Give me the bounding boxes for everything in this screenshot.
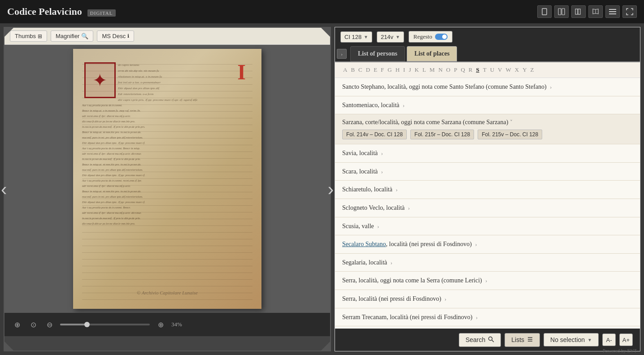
list-item[interactable]: Santomeniaco, località › [335, 96, 640, 115]
book-icon[interactable] [588, 5, 603, 18]
prev-page-button[interactable]: ‹ [0, 175, 11, 204]
list-item[interactable]: Schiaretulo, località › [335, 181, 640, 199]
magnifier-button[interactable]: Magnifier 🔍 [51, 30, 93, 42]
alpha-C[interactable]: C [357, 66, 363, 74]
alpha-R[interactable]: R [468, 66, 474, 74]
zoom-in-button[interactable]: ⊕ [12, 319, 22, 330]
viewer-bottom-toolbar: ⊕ ⊙ ⊖ ⊕ 34% [4, 313, 330, 336]
sub-ref-button[interactable]: Fol. 215r – Doc. CI 128 [410, 130, 474, 139]
list-content: Sancto Stephano, località, oggi nota com… [335, 78, 640, 329]
alpha-Q[interactable]: Q [460, 66, 466, 74]
tab-places[interactable]: List of places [407, 46, 457, 61]
chevron-right-icon: › [444, 296, 446, 302]
info-icon: ℹ [127, 33, 129, 39]
manuscript-ornament [84, 62, 116, 98]
fullscreen-icon[interactable] [622, 5, 637, 18]
selection-dropdown-icon: ▼ [587, 338, 592, 342]
alpha-L[interactable]: L [422, 66, 427, 74]
tab-persons[interactable]: List of persons [350, 46, 405, 61]
alpha-F[interactable]: F [380, 66, 385, 74]
alpha-H[interactable]: H [395, 66, 400, 74]
list-item[interactable]: Scara, località › [335, 163, 640, 181]
next-page-button[interactable]: › [323, 175, 338, 204]
chevron-right-icon: › [377, 223, 379, 229]
alpha-O[interactable]: O [445, 66, 451, 74]
alpha-P[interactable]: P [453, 66, 458, 74]
search-button[interactable]: Search [459, 333, 501, 347]
alpha-S[interactable]: S [475, 66, 480, 74]
list-item[interactable]: Serram Trecanam, località (nei pressi di… [335, 308, 640, 327]
chevron-right-icon: › [381, 150, 383, 156]
alpha-Z[interactable]: Z [530, 66, 535, 74]
list-item[interactable]: Sclogneto Veclo, località › [335, 199, 640, 217]
alpha-U[interactable]: U [489, 66, 495, 74]
list-item[interactable]: Savia, località › [335, 144, 640, 163]
alpha-X[interactable]: X [514, 66, 520, 74]
svg-point-9 [489, 337, 492, 340]
text-columns-icon[interactable] [571, 5, 586, 18]
list-item[interactable]: Serra, località, oggi nota come la Serra… [335, 272, 640, 290]
ci-selector[interactable]: CI 128 CI 129 CI 130 ▼ [340, 31, 372, 43]
list-item[interactable]: Secalaro Subtano, località (nei pressi d… [335, 235, 640, 254]
alpha-B[interactable]: B [350, 66, 356, 74]
selection-button[interactable]: No selection ▼ [544, 333, 599, 346]
list-item[interactable]: Serra, località (nei pressi di Fosdinovo… [335, 290, 640, 308]
alpha-T[interactable]: T [482, 66, 487, 74]
svg-rect-3 [575, 9, 578, 14]
font-increase-button[interactable]: A+ [619, 333, 633, 346]
zoom-fit-button[interactable]: ⊙ [28, 319, 39, 330]
list-item-expanded[interactable]: Sarzana, corte/località, oggi nota come … [335, 114, 640, 144]
alpha-K[interactable]: K [414, 66, 420, 74]
grid-icon: ⊞ [38, 33, 42, 39]
zoom-percent-label: 34% [171, 321, 182, 328]
viewer-panel: Thumbs ⊞ Magnifier 🔍 MS Desc ℹ ‹ › I de … [4, 27, 331, 351]
thumbs-button[interactable]: Thumbs ⊞ [10, 30, 47, 42]
regesto-switch[interactable] [435, 34, 448, 40]
regesto-toggle[interactable]: Regesto [409, 31, 453, 43]
alpha-A[interactable]: A [342, 66, 348, 74]
topbar-icons [537, 5, 637, 18]
svg-rect-2 [562, 9, 565, 15]
main-content: Thumbs ⊞ Magnifier 🔍 MS Desc ℹ ‹ › I de … [0, 23, 644, 355]
zoom-out-button[interactable]: ⊖ [44, 319, 55, 330]
alpha-G[interactable]: G [387, 66, 392, 74]
alpha-N[interactable]: N [437, 66, 443, 74]
alpha-V[interactable]: V [497, 66, 503, 74]
ms-desc-button[interactable]: MS Desc ℹ [97, 30, 134, 42]
sub-ref-button[interactable]: Fol. 215v – Doc. CI 128 [478, 130, 542, 139]
chevron-right-icon: › [408, 205, 410, 211]
font-decrease-button[interactable]: A- [602, 333, 616, 346]
zoom-expand-button[interactable]: ⊕ [155, 319, 166, 330]
chevron-right-icon: › [381, 169, 383, 175]
chevron-right-icon: › [475, 241, 477, 247]
alpha-D[interactable]: D [365, 66, 371, 74]
chevron-right-icon: › [403, 102, 405, 108]
list-item[interactable]: Scusia, valle › [335, 217, 640, 236]
two-page-icon[interactable] [554, 5, 569, 18]
right-panel: CI 128 CI 129 CI 130 ▼ 214v 215r 215v ▼ … [335, 27, 640, 351]
zoom-slider[interactable] [60, 324, 150, 325]
folio-selector[interactable]: 214v 215r 215v ▼ [377, 31, 404, 43]
sub-refs: Fol. 214v – Doc. CI 128 Fol. 215r – Doc.… [342, 130, 633, 139]
svg-rect-1 [558, 9, 561, 15]
collapse-button[interactable]: › [337, 49, 347, 59]
list-item[interactable]: Sancto Stephano, località, oggi nota com… [335, 78, 640, 96]
alphabet-row: A B C D E F G H I J K L M N O P Q R S T … [335, 62, 640, 78]
lists-button[interactable]: Lists [505, 333, 540, 347]
alpha-W[interactable]: W [505, 66, 512, 74]
right-header: CI 128 CI 129 CI 130 ▼ 214v 215r 215v ▼ … [335, 27, 640, 46]
single-page-icon[interactable] [537, 5, 552, 18]
alpha-J[interactable]: J [408, 66, 412, 74]
folio-select-input[interactable]: 214v 215r 215v [381, 34, 394, 40]
alpha-I[interactable]: I [402, 66, 406, 74]
viewer-toolbar: Thumbs ⊞ Magnifier 🔍 MS Desc ℹ [4, 28, 330, 45]
alpha-Y[interactable]: Y [522, 66, 527, 74]
svg-line-10 [492, 340, 494, 342]
list-item[interactable]: Segalaria, località › [335, 254, 640, 272]
sub-ref-button[interactable]: Fol. 214v – Doc. CI 128 [342, 130, 407, 139]
alpha-E[interactable]: E [373, 66, 378, 74]
ci-select-input[interactable]: CI 128 CI 129 CI 130 [344, 34, 362, 40]
alpha-M[interactable]: M [429, 66, 436, 74]
chevron-right-icon: › [485, 277, 487, 284]
menu-icon[interactable] [605, 5, 620, 18]
